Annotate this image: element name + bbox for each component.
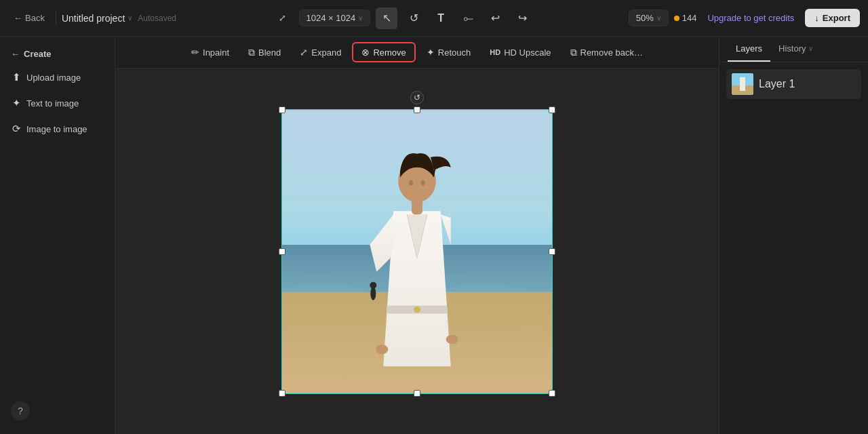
sidebar-header: ← Create (5, 45, 109, 63)
rotate-tool-button[interactable]: ↺ (403, 7, 425, 29)
export-label: Export (823, 13, 850, 23)
topbar-center: ⤢ 1024 × 1024 ∨ ↖ ↺ T ⟜ ↩ ↪ (182, 7, 623, 29)
handle-middle-left[interactable] (279, 248, 285, 255)
hd-upscale-label: HD Upscale (504, 47, 551, 58)
sidebar-item-upload-image[interactable]: ⬆ Upload image (5, 66, 109, 89)
canvas-image (282, 110, 552, 393)
sidebar-header-label: Create (24, 49, 51, 59)
remove-back-label: Remove back… (580, 47, 643, 58)
right-tabs: Layers History ∨ (719, 37, 868, 62)
sidebar-item-text-label: Text to image (26, 98, 79, 108)
project-name[interactable]: Untitled project ∨ (62, 13, 132, 24)
hd-upscale-button[interactable]: HD HD Upscale (481, 44, 559, 61)
zoom-value: 50% (636, 13, 654, 23)
export-button[interactable]: ↓ Export (805, 9, 860, 27)
handle-top-center[interactable] (414, 106, 420, 113)
remove-back-button[interactable]: ⧉ Remove back… (562, 43, 651, 62)
retouch-icon: ✦ (427, 47, 435, 58)
remove-icon: ⊗ (361, 47, 370, 58)
help-button[interactable]: ? (11, 401, 30, 420)
sidebar-bottom: ? (5, 396, 109, 426)
upgrade-button[interactable]: Upgrade to get credits (702, 10, 800, 26)
handle-top-left[interactable] (279, 106, 285, 113)
inpaint-icon: ✏ (191, 47, 199, 58)
expand-button[interactable]: ⤢ Expand (292, 43, 349, 61)
project-name-chevron-icon: ∨ (127, 14, 132, 22)
canvas-area: ✏ Inpaint ⧉ Blend ⤢ Expand ⊗ Remove ✦ Re… (115, 37, 719, 434)
canvas-content[interactable]: ↺ (281, 68, 553, 434)
text-to-image-icon: ✦ (12, 97, 21, 109)
handle-bottom-left[interactable] (279, 390, 285, 397)
image-to-image-icon: ⟳ (12, 123, 21, 135)
svg-point-4 (370, 281, 376, 288)
remove-label: Remove (373, 47, 406, 58)
resize-tool-button[interactable]: ⤢ (272, 7, 294, 29)
back-button[interactable]: ← Back (8, 10, 50, 26)
redo-button[interactable]: ↪ (511, 7, 533, 29)
handle-bottom-center[interactable] (414, 390, 420, 397)
history-tab-label: History (778, 43, 806, 54)
create-arrow-icon: ← (11, 49, 20, 59)
layer-item[interactable]: Layer 1 (726, 69, 861, 99)
svg-point-9 (409, 180, 413, 185)
zoom-selector[interactable]: 50% ∨ (629, 9, 669, 26)
svg-point-11 (376, 344, 388, 354)
history-chevron-icon: ∨ (808, 45, 813, 52)
inpaint-label: Inpaint (203, 47, 229, 58)
upload-icon: ⬆ (12, 71, 21, 83)
rotate-handle[interactable]: ↺ (410, 91, 424, 104)
credits-badge: 144 (674, 13, 697, 23)
blend-icon: ⧉ (248, 47, 255, 58)
credits-dot-icon (674, 16, 679, 21)
topbar: ← Back Untitled project ∨ Autosaved ⤢ 10… (0, 0, 868, 37)
blend-label: Blend (258, 47, 281, 58)
cursor-tool-button[interactable]: ↖ (376, 7, 397, 29)
zoom-chevron-icon: ∨ (656, 14, 661, 22)
svg-point-10 (421, 180, 425, 185)
remove-back-icon: ⧉ (570, 47, 577, 58)
autosaved-label: Autosaved (138, 14, 176, 23)
dimension-value: 1024 × 1024 (307, 13, 356, 23)
right-sidebar: Layers History ∨ Layer 1 (719, 37, 868, 434)
expand-label: Expand (311, 47, 341, 58)
export-arrow-icon: ↓ (814, 13, 819, 23)
undo-button[interactable]: ↩ (484, 7, 506, 29)
sidebar-item-text-to-image[interactable]: ✦ Text to image (5, 92, 109, 115)
back-label: Back (25, 13, 45, 23)
sidebar-item-upload-label: Upload image (26, 73, 81, 83)
expand-icon: ⤢ (300, 47, 308, 58)
left-sidebar: ← Create ⬆ Upload image ✦ Text to image … (0, 37, 115, 434)
project-name-text: Untitled project (62, 13, 125, 24)
back-arrow-icon: ← (14, 13, 22, 23)
handle-bottom-right[interactable] (549, 390, 555, 397)
dimension-selector[interactable]: 1024 × 1024 ∨ (299, 9, 371, 26)
handle-top-right[interactable] (549, 106, 555, 113)
blend-button[interactable]: ⧉ Blend (240, 43, 289, 62)
retouch-label: Retouch (438, 47, 471, 58)
text-tool-button[interactable]: T (430, 7, 452, 29)
dimension-chevron-icon: ∨ (358, 14, 363, 22)
sidebar-item-image-to-image[interactable]: ⟳ Image to image (5, 117, 109, 140)
image-container[interactable]: ↺ (281, 109, 553, 394)
retouch-button[interactable]: ✦ Retouch (418, 43, 479, 61)
remove-button[interactable]: ⊗ Remove (352, 42, 415, 62)
tab-layers[interactable]: Layers (728, 37, 770, 62)
toolbar: ✏ Inpaint ⧉ Blend ⤢ Expand ⊗ Remove ✦ Re… (115, 37, 719, 68)
sidebar-item-image-label: Image to image (26, 124, 87, 134)
svg-point-6 (414, 306, 420, 313)
inpaint-button[interactable]: ✏ Inpaint (183, 43, 237, 61)
tab-history[interactable]: History ∨ (770, 37, 821, 62)
main-layout: ← Create ⬆ Upload image ✦ Text to image … (0, 37, 868, 434)
handle-middle-right[interactable] (549, 248, 555, 255)
svg-rect-15 (740, 77, 745, 91)
hd-upscale-icon: HD (490, 48, 500, 56)
svg-point-12 (446, 334, 458, 344)
layer-thumbnail (732, 73, 753, 95)
layer-name: Layer 1 (759, 78, 795, 90)
credits-count: 144 (682, 13, 697, 23)
rotate-handle-icon: ↺ (414, 93, 420, 102)
link-tool-button[interactable]: ⟜ (457, 7, 479, 29)
topbar-left: ← Back Untitled project ∨ Autosaved (8, 10, 176, 26)
layers-panel: Layer 1 (719, 62, 868, 106)
divider (56, 12, 56, 25)
